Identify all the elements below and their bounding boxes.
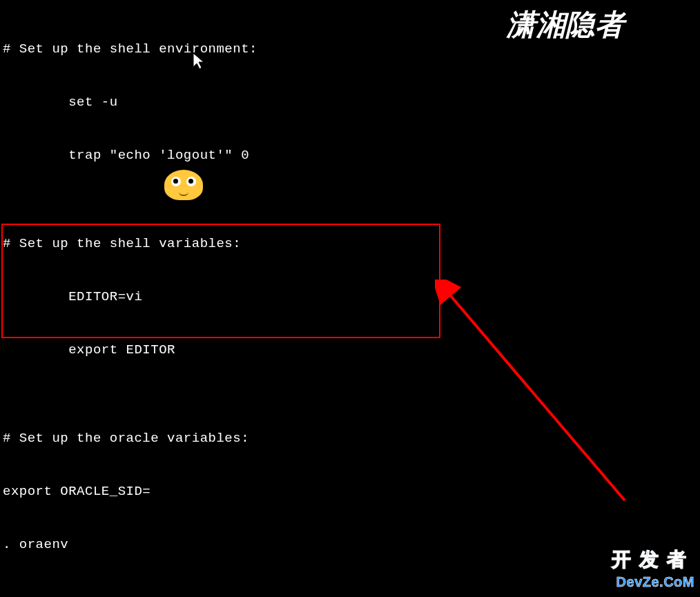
- code-line: export EDITOR: [3, 342, 700, 360]
- code-line: EDITOR=vi: [3, 288, 700, 306]
- code-line: # Set up the oracle variables:: [3, 430, 700, 448]
- code-line: . oraenv: [3, 536, 700, 554]
- terminal-output: # Set up the shell environment: set -u t…: [3, 6, 700, 597]
- watermark-site: 开发者 DevZe.CoM: [612, 547, 694, 591]
- watermark-url-text: DevZe.CoM: [612, 573, 694, 591]
- code-line: trap "echo 'logout'" 0: [3, 147, 700, 165]
- emoji-mask-icon: [164, 170, 203, 203]
- code-line: set -u: [3, 94, 700, 112]
- code-line: export ORACLE_SID=: [3, 483, 700, 501]
- watermark-author: 潇湘隐者: [507, 6, 624, 45]
- code-line: # Set up the shell variables:: [3, 235, 700, 253]
- watermark-cn-text: 开发者: [612, 547, 694, 573]
